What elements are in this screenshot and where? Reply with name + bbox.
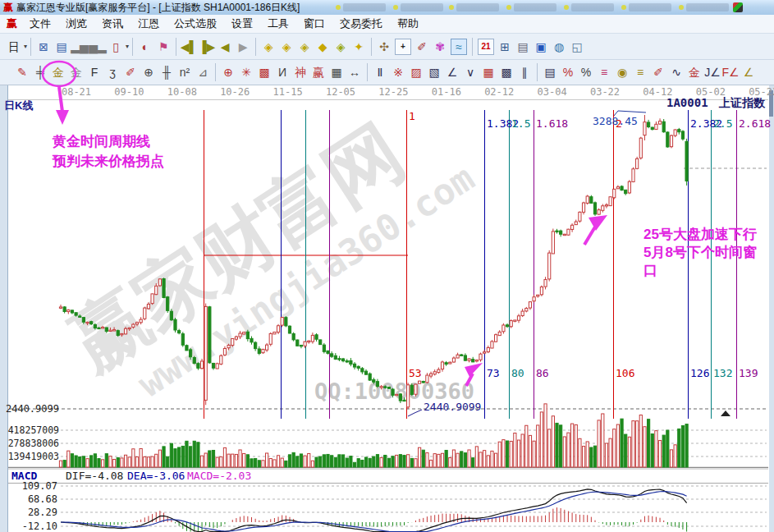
golden-price-icon[interactable]: 金 <box>685 62 703 82</box>
red-grid-icon[interactable]: ▦ <box>479 62 497 82</box>
dropdown-caret-icon: ▾ <box>126 43 129 50</box>
shen-icon[interactable]: 神 <box>291 62 309 82</box>
angle-lines-icon[interactable]: ∠ <box>443 62 461 82</box>
fan-box-icon[interactable]: ▨ <box>407 62 425 82</box>
notepad-icon[interactable]: ▤ <box>514 37 532 57</box>
price-brush-icon[interactable]: ✐ <box>649 62 667 82</box>
save-icon[interactable]: ▣ <box>532 37 550 57</box>
v-shape-icon[interactable]: ∨ <box>461 62 479 82</box>
golden-circle-icon[interactable]: ◉ <box>613 62 631 82</box>
crosshair-icon[interactable]: + <box>395 39 411 55</box>
toolbar-main: 日▾⊠▤▂▅▅▂▯▾◐⚑◀▌▐▶◀▶◈◈◈◆◈✦✣+✐✾≈21⊞▤▣◍◱ <box>0 34 774 60</box>
stats-list-icon[interactable]: ▤ <box>541 62 559 82</box>
titlebar-blurred-item <box>401 3 443 11</box>
toolbar-separator <box>371 38 372 56</box>
titlebar-app-icon <box>733 2 743 12</box>
golden-time-cycle-icon[interactable]: 金 <box>49 62 67 82</box>
fibonacci-f-icon[interactable]: F <box>85 62 103 82</box>
ying-icon[interactable]: 赢 <box>309 62 327 82</box>
hand-drag-icon[interactable]: ✣ <box>375 37 393 57</box>
mask-style-icon[interactable]: ◐ <box>136 37 154 57</box>
quote-list-icon[interactable]: ▤ <box>53 37 71 57</box>
grid-x-icon[interactable]: ▧ <box>425 62 443 82</box>
gann-diamond-2-icon[interactable]: ◈ <box>277 37 295 57</box>
gann-diamond-5-icon[interactable]: ◈ <box>332 37 350 57</box>
dropdown-caret-icon: ▾ <box>24 43 27 50</box>
gold-angle-icon[interactable]: ∠ <box>740 62 758 82</box>
prev-bar-icon[interactable]: ◀ <box>216 37 234 57</box>
menu-item-5[interactable]: 公式选股 <box>167 15 224 33</box>
percent-icon[interactable]: % <box>577 62 595 82</box>
dense-grid-icon[interactable]: ▩ <box>497 62 515 82</box>
menu-item-1[interactable]: 文件 <box>22 15 58 33</box>
menu-item-9[interactable]: 交易委托 <box>332 15 390 33</box>
app-window: 赢 赢家江恩专业版[赢家服务平台] - [上证指数 SH1A0001-186日K… <box>0 0 774 532</box>
calculator-icon[interactable]: ⊞ <box>496 37 514 57</box>
menu-item-4[interactable]: 江恩 <box>131 15 167 33</box>
brush-red-icon[interactable]: ✎ <box>13 62 31 82</box>
gann-box-icon[interactable]: Ⅱ <box>371 62 389 82</box>
calendar-21-icon[interactable]: 21 <box>478 39 494 55</box>
lasso-icon[interactable]: ✐ <box>413 37 431 57</box>
toolbar-separator <box>30 38 31 56</box>
menu-bar: 赢 文件浏览资讯江恩公式选股设置工具窗口交易委托帮助 <box>0 15 774 34</box>
titlebar-dot-icon <box>393 5 398 10</box>
menu-item-3[interactable]: 资讯 <box>94 15 131 33</box>
minute-chart-3-icon[interactable]: ▂▅ <box>71 37 89 57</box>
gann-diamond-4-icon[interactable]: ◆ <box>314 37 332 57</box>
brush2-icon[interactable]: ✐ <box>121 62 140 82</box>
spiral-icon[interactable]: ʒ <box>103 62 121 82</box>
title-bar: 赢 赢家江恩专业版[赢家服务平台] - [上证指数 SH1A0001-186日K… <box>0 0 774 16</box>
wave-tool-icon[interactable]: ≈ <box>451 39 467 55</box>
zigzag-icon[interactable]: И <box>273 62 291 82</box>
j-angle-icon[interactable]: J∠ <box>703 62 721 82</box>
titlebar-blurred-item <box>686 3 729 11</box>
titlebar-blurred-item <box>514 3 556 11</box>
menu-item-2[interactable]: 浏览 <box>58 15 94 33</box>
titlebar-dot-icon <box>621 5 626 10</box>
next-bar-icon[interactable]: ▶ <box>234 37 252 57</box>
n-square-icon[interactable]: n² <box>176 62 194 82</box>
time-cycle-gray-icon[interactable]: 金 <box>67 62 85 82</box>
grid-123-icon[interactable]: ▦ <box>327 62 346 82</box>
menu-item-6[interactable]: 设置 <box>224 15 260 33</box>
toolbar-separator <box>537 63 538 81</box>
kline-window-icon[interactable]: ⊠ <box>34 37 53 57</box>
remote-pc-icon[interactable]: ◱ <box>568 37 586 57</box>
percent-fan-icon[interactable]: % <box>559 62 577 82</box>
candle-style-icon[interactable]: ▯ <box>107 37 125 57</box>
gann-diamond-3-icon[interactable]: ◈ <box>295 37 314 57</box>
gann-diamond-6-icon[interactable]: ✦ <box>350 37 368 57</box>
circle-cross-red-icon[interactable]: ⊕ <box>219 62 237 82</box>
last-bar-icon[interactable]: ▐▶ <box>198 37 216 57</box>
ruler-ticks-icon[interactable]: ╫ <box>158 62 176 82</box>
color-flag-icon[interactable]: ⚑ <box>154 37 172 57</box>
chart-area[interactable] <box>0 85 774 532</box>
angle-ruler-icon[interactable]: ⊿ <box>194 62 212 82</box>
f-angle-icon[interactable]: F∠ <box>721 62 740 82</box>
titlebar-dot-icon <box>679 5 684 10</box>
parallel-lines-icon[interactable]: ∥ <box>515 62 534 82</box>
time-grid-icon[interactable]: ╪ <box>31 62 49 82</box>
compass-icon[interactable]: ⊕ <box>140 62 158 82</box>
period-day-dropdown[interactable]: 日 <box>5 37 23 57</box>
golden-lines-icon[interactable]: ≡ <box>631 62 649 82</box>
share-globe-icon[interactable]: ◍ <box>550 37 568 57</box>
fan-lines-icon[interactable]: ※ <box>389 62 407 82</box>
minute-chart-9-icon[interactable]: ▅▂ <box>89 37 107 57</box>
titlebar-dot-icon <box>564 5 569 10</box>
bar-width-icon[interactable]: ↔ <box>346 62 364 82</box>
menu-item-10[interactable]: 帮助 <box>390 15 426 33</box>
app-logo-icon: 赢 <box>3 1 13 15</box>
starburst-icon[interactable]: ✳ <box>237 62 255 82</box>
menu-item-8[interactable]: 窗口 <box>296 15 332 33</box>
toolbar-gann-tools: ✎╪金金Fʒ✐⊕╫n²⊿⊕✳▩И神赢▦↔Ⅱ※▨▧∠∨▦▩∥▤%%≡◉≡✐∿金J∠… <box>0 60 774 85</box>
draw-tools-icon[interactable]: ✾ <box>431 37 449 57</box>
toolbar-separator <box>215 63 216 81</box>
menu-item-7[interactable]: 工具 <box>260 15 296 33</box>
first-bar-icon[interactable]: ◀▌ <box>180 37 198 57</box>
pattern-box-icon[interactable]: ▩ <box>255 62 273 82</box>
percent-lines-icon[interactable]: ≡ <box>595 62 613 82</box>
gann-wave-icon[interactable]: ∿ <box>667 62 685 82</box>
gann-diamond-1-icon[interactable]: ◈ <box>259 37 277 57</box>
